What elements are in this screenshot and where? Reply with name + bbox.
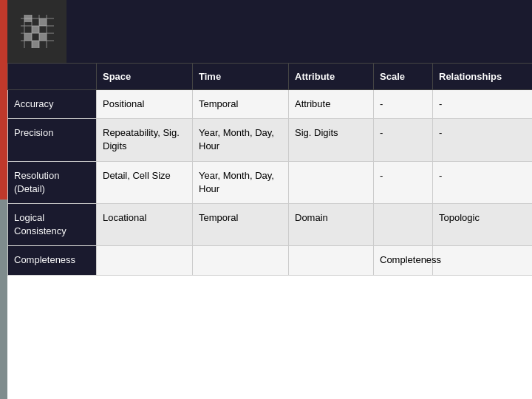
header-cell-empty	[8, 64, 97, 90]
grid-icon	[17, 11, 58, 52]
attribute-cell: Sig. Digits	[289, 119, 374, 161]
space-cell: Locational	[97, 203, 193, 245]
row-label-cell: Logical Consistency	[8, 203, 97, 245]
header-cell-scale: Scale	[374, 64, 433, 90]
space-cell	[97, 246, 193, 275]
scale-cell: -	[374, 119, 433, 161]
svg-rect-11	[32, 26, 39, 33]
svg-rect-14	[32, 41, 39, 48]
svg-rect-9	[24, 15, 32, 22]
relationships-cell: -	[433, 161, 533, 203]
row-label-cell: Accuracy	[8, 90, 97, 119]
time-cell	[193, 246, 289, 275]
table-row: AccuracyPositionalTemporalAttribute--	[8, 90, 533, 119]
scale-cell: Completeness	[374, 246, 433, 275]
header-cell-time: Time	[193, 64, 289, 90]
main-content: Space Time Attribute Scale Relationships…	[7, 0, 532, 399]
row-label-cell: Resolution (Detail)	[8, 161, 97, 203]
scale-cell: -	[374, 161, 433, 203]
header-row: Space Time Attribute Scale Relationships	[8, 64, 533, 90]
svg-rect-10	[39, 18, 47, 26]
relationships-cell: -	[433, 119, 533, 161]
header-cell-space: Space	[97, 64, 193, 90]
attribute-cell: Attribute	[289, 90, 374, 119]
time-cell: Year, Month, Day, Hour	[193, 161, 289, 203]
space-cell: Positional	[97, 90, 193, 119]
left-sidebar	[0, 0, 7, 399]
table-container: Space Time Attribute Scale Relationships…	[7, 63, 532, 399]
sidebar-top	[0, 0, 7, 200]
attribute-cell: Domain	[289, 203, 374, 245]
scale-cell: -	[374, 90, 433, 119]
header-cell-attribute: Attribute	[289, 64, 374, 90]
table-row: CompletenessCompleteness	[8, 246, 533, 275]
time-cell: Year, Month, Day, Hour	[193, 119, 289, 161]
space-cell: Repeatability, Sig. Digits	[97, 119, 193, 161]
time-cell: Temporal	[193, 203, 289, 245]
table-row: PrecisionRepeatability, Sig. DigitsYear,…	[8, 119, 533, 161]
sidebar-bottom	[0, 200, 7, 399]
scale-cell	[374, 203, 433, 245]
relationships-cell: -	[433, 90, 533, 119]
header-cell-relationships: Relationships	[433, 64, 533, 90]
svg-rect-12	[24, 33, 32, 41]
space-cell: Detail, Cell Size	[97, 161, 193, 203]
logo-area	[7, 0, 66, 63]
relationships-cell: Topologic	[433, 203, 533, 245]
table-row: Logical ConsistencyLocationalTemporalDom…	[8, 203, 533, 245]
top-section	[7, 0, 532, 63]
table-row: Resolution (Detail)Detail, Cell SizeYear…	[8, 161, 533, 203]
row-label-cell: Precision	[8, 119, 97, 161]
page-wrapper: Space Time Attribute Scale Relationships…	[0, 0, 532, 399]
row-label-cell: Completeness	[8, 246, 97, 275]
svg-rect-13	[39, 33, 47, 41]
attribute-cell	[289, 161, 374, 203]
relationships-cell	[433, 246, 533, 275]
attribute-cell	[289, 246, 374, 275]
main-table: Space Time Attribute Scale Relationships…	[7, 63, 532, 276]
header-dark-area	[66, 0, 532, 63]
time-cell: Temporal	[193, 90, 289, 119]
